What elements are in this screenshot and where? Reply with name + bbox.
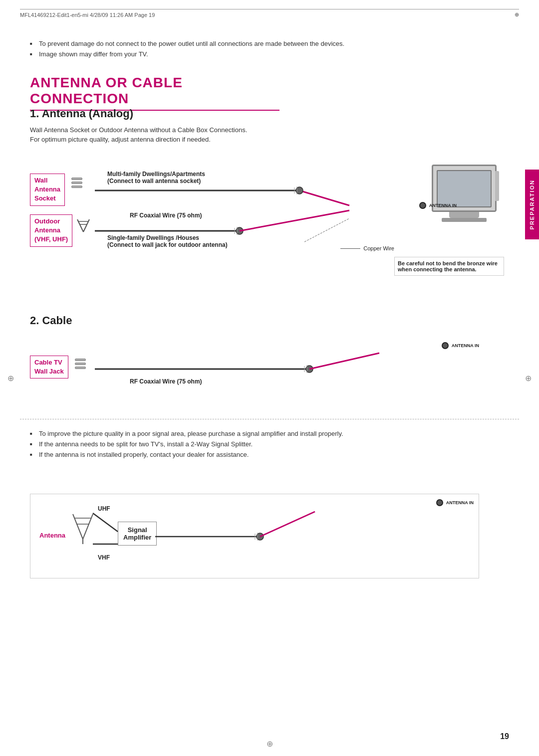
diagram2-svg: [30, 338, 509, 403]
diagram1-svg: [30, 165, 509, 304]
section1-title: 1. Antenna (Analog): [30, 107, 509, 120]
top-notes: To prevent damage do not connect to the …: [30, 40, 499, 61]
bottom-notes: To improve the picture quality in a poor…: [30, 430, 499, 461]
side-tab-label: PREPARATION: [529, 180, 535, 229]
left-crosshair: ⊕: [7, 374, 14, 383]
section2-title: 2. Cable: [30, 314, 72, 327]
diagram3-svg: [30, 494, 479, 578]
top-note-2: Image shown may differ from your TV.: [30, 50, 499, 58]
svg-line-13: [240, 210, 349, 231]
section1-desc2: For optimum picture quality, adjust ante…: [30, 136, 509, 143]
header-bar: MFL41469212-Edit1-en5-mi 4/28/09 11:26 A…: [20, 9, 519, 18]
dotted-separator: [20, 419, 519, 419]
bottom-note-2: If the antenna needs to be split for two…: [30, 440, 499, 448]
svg-line-19: [309, 353, 379, 369]
svg-line-25: [93, 513, 118, 532]
copper-wire-label: Copper Wire: [340, 245, 394, 251]
svg-line-31: [260, 512, 315, 537]
page-number: 19: [500, 732, 509, 741]
header-crosshair: ⊕: [515, 11, 519, 18]
section2-title-area: 2. Cable: [30, 314, 72, 327]
diagram2-area: ANTENNA IN Cable TVWall Jack RF Coaxial …: [30, 338, 509, 403]
diagram1-area: ANTENNA IN WallAntennaSocket Multi-famil…: [30, 165, 509, 304]
svg-line-14: [304, 218, 349, 242]
diagram3-area: ANTENNA IN Antenna UHF VHF: [30, 489, 509, 588]
bronze-warn: Be careful not to bend the bronze wire w…: [394, 257, 504, 276]
section1-desc1: Wall Antenna Socket or Outdoor Antenna w…: [30, 126, 509, 134]
bottom-crosshair: ⊕: [267, 739, 273, 749]
page-container: MFL41469212-Edit1-en5-mi 4/28/09 11:26 A…: [0, 0, 539, 756]
svg-line-5: [299, 190, 349, 205]
diagram3-box: ANTENNA IN Antenna UHF VHF: [30, 494, 479, 578]
main-title: ANTENNA OR CABLE CONNECTION: [30, 75, 279, 111]
bottom-note-1: To improve the picture quality in a poor…: [30, 430, 499, 437]
top-note-1: To prevent damage do not connect to the …: [30, 40, 499, 47]
side-tab: PREPARATION: [525, 170, 539, 239]
header-left: MFL41469212-Edit1-en5-mi 4/28/09 11:26 A…: [20, 12, 155, 18]
bottom-note-3: If the antenna is not installed properly…: [30, 451, 499, 458]
right-crosshair: ⊕: [525, 374, 532, 383]
section1: 1. Antenna (Analog) Wall Antenna Socket …: [30, 107, 509, 145]
